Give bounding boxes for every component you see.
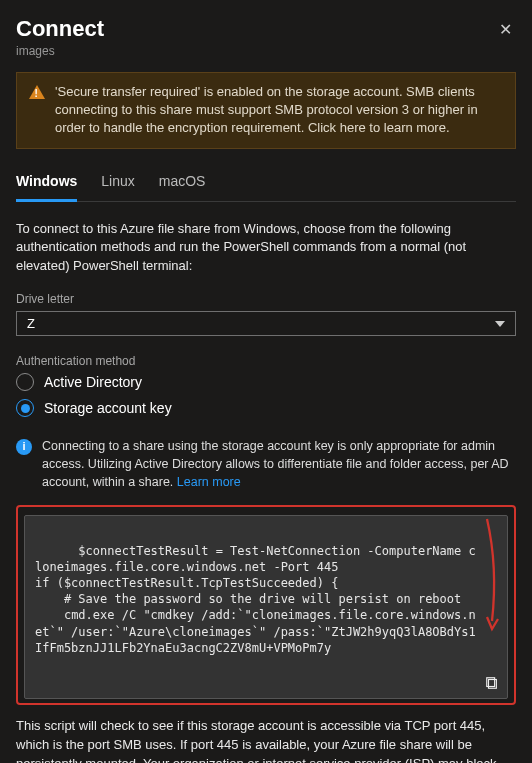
drive-letter-value: Z: [27, 316, 35, 331]
info-text: Connecting to a share using the storage …: [42, 437, 516, 491]
close-button[interactable]: ✕: [495, 16, 516, 43]
panel-subtitle: images: [16, 44, 104, 58]
code-highlight-box: $connectTestResult = Test-NetConnection …: [16, 505, 516, 705]
copy-icon: [485, 676, 499, 690]
os-tabs: Windows Linux macOS: [16, 167, 516, 202]
radio-ad-label: Active Directory: [44, 374, 142, 390]
tab-linux[interactable]: Linux: [101, 167, 134, 201]
radio-active-directory[interactable]: Active Directory: [16, 373, 516, 391]
warning-banner[interactable]: 'Secure transfer required' is enabled on…: [16, 72, 516, 149]
radio-key-label: Storage account key: [44, 400, 172, 416]
script-explain: This script will check to see if this st…: [16, 717, 516, 763]
tab-macos[interactable]: macOS: [159, 167, 206, 201]
auth-method-label: Authentication method: [16, 354, 516, 368]
instruction-text: To connect to this Azure file share from…: [16, 220, 516, 277]
drive-letter-dropdown[interactable]: Z: [16, 311, 516, 336]
warning-text: 'Secure transfer required' is enabled on…: [55, 83, 503, 138]
copy-button[interactable]: [483, 674, 501, 692]
learn-more-link[interactable]: Learn more: [177, 475, 241, 489]
powershell-code: $connectTestResult = Test-NetConnection …: [24, 515, 508, 699]
warning-icon: [29, 85, 45, 99]
drive-letter-label: Drive letter: [16, 292, 516, 306]
tab-windows[interactable]: Windows: [16, 167, 77, 202]
radio-icon: [16, 399, 34, 417]
panel-title: Connect: [16, 16, 104, 42]
chevron-down-icon: [495, 321, 505, 327]
info-icon: i: [16, 439, 32, 455]
radio-icon: [16, 373, 34, 391]
radio-storage-account-key[interactable]: Storage account key: [16, 399, 516, 417]
